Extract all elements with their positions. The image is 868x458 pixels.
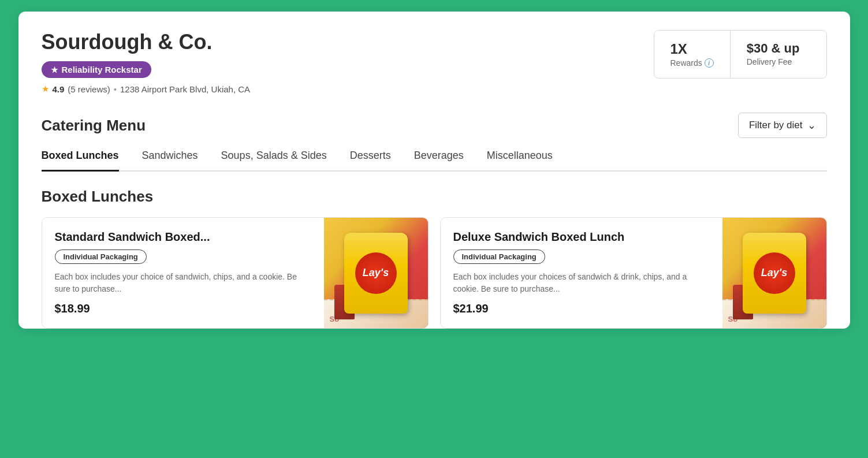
lays-circle-2: Lay's	[754, 252, 795, 294]
menu-card-1[interactable]: Deluxe Sandwich Boxed Lunch Individual P…	[440, 217, 827, 329]
lays-bag-icon: Lay's	[344, 233, 408, 314]
meta-row: ★ 4.9 (5 reviews) • 1238 Airport Park Bl…	[42, 84, 251, 94]
rewards-value: 1X	[670, 41, 687, 57]
restaurant-name: Sourdough & Co.	[42, 30, 251, 54]
tab-sandwiches[interactable]: Sandwiches	[142, 150, 198, 172]
lays-text: Lay's	[363, 267, 389, 279]
header-section: Sourdough & Co. ★ Reliability Rockstar ★…	[42, 30, 827, 94]
tab-desserts[interactable]: Desserts	[350, 150, 391, 172]
menu-section: Catering Menu Filter by diet ⌄ Boxed Lun…	[42, 113, 827, 329]
tab-boxed-lunches[interactable]: Boxed Lunches	[42, 150, 119, 172]
card-image-1: Lay's So	[722, 218, 826, 328]
delivery-section: $30 & up Delivery Fee	[731, 31, 816, 78]
menu-cards-row: Standard Sandwich Boxed... Individual Pa…	[42, 217, 827, 329]
badge-label: Reliability Rockstar	[62, 65, 142, 75]
reviews-text: (5 reviews)	[68, 84, 110, 94]
lays-bag-icon-2: Lay's	[743, 233, 806, 314]
card-description-0: Each box includes your choice of sandwic…	[55, 271, 312, 295]
tab-soups-salads-sides[interactable]: Soups, Salads & Sides	[221, 150, 327, 172]
delivery-label: Delivery Fee	[747, 57, 792, 66]
menu-header: Catering Menu Filter by diet ⌄	[42, 113, 827, 138]
chevron-down-icon: ⌄	[807, 119, 816, 132]
card-title-1: Deluxe Sandwich Boxed Lunch	[453, 230, 711, 244]
card-price-1: $21.99	[453, 302, 711, 315]
card-image-0: Lay's So	[324, 218, 428, 328]
address-text: 1238 Airport Park Blvd, Ukiah, CA	[120, 84, 250, 94]
badge-star-icon: ★	[51, 65, 58, 75]
menu-card-0[interactable]: Standard Sandwich Boxed... Individual Pa…	[42, 217, 429, 329]
reliability-badge: ★ Reliability Rockstar	[42, 61, 151, 78]
star-icon: ★	[42, 84, 49, 94]
card-description-1: Each box includes your choices of sandwi…	[453, 271, 711, 295]
lays-circle: Lay's	[355, 252, 397, 294]
restaurant-info: Sourdough & Co. ★ Reliability Rockstar ★…	[42, 30, 251, 94]
card-content-0: Standard Sandwich Boxed... Individual Pa…	[42, 218, 324, 328]
tabs-row: Boxed Lunches Sandwiches Soups, Salads &…	[42, 150, 827, 172]
dot-separator: •	[114, 84, 117, 94]
delivery-value: $30 & up	[747, 41, 800, 56]
card-title-0: Standard Sandwich Boxed...	[55, 230, 312, 244]
lays-text-2: Lay's	[761, 267, 787, 279]
rewards-section: 1X Rewards i	[654, 31, 731, 78]
packaging-badge-0: Individual Packaging	[55, 250, 147, 264]
rating-text: 4.9	[53, 84, 65, 94]
catering-menu-title: Catering Menu	[42, 117, 146, 135]
card-price-0: $18.99	[55, 302, 312, 315]
packaging-badge-1: Individual Packaging	[453, 250, 545, 264]
rewards-label: Rewards i	[670, 58, 714, 68]
filter-label: Filter by diet	[749, 120, 803, 131]
tab-beverages[interactable]: Beverages	[414, 150, 464, 172]
card-content-1: Deluxe Sandwich Boxed Lunch Individual P…	[441, 218, 722, 328]
tab-miscellaneous[interactable]: Miscellaneous	[487, 150, 553, 172]
rewards-box: 1X Rewards i $30 & up Delivery Fee	[654, 30, 827, 79]
filter-by-diet-dropdown[interactable]: Filter by diet ⌄	[738, 113, 827, 138]
section-title: Boxed Lunches	[42, 188, 827, 206]
rewards-info-icon[interactable]: i	[705, 58, 714, 68]
main-card: Sourdough & Co. ★ Reliability Rockstar ★…	[18, 12, 850, 329]
